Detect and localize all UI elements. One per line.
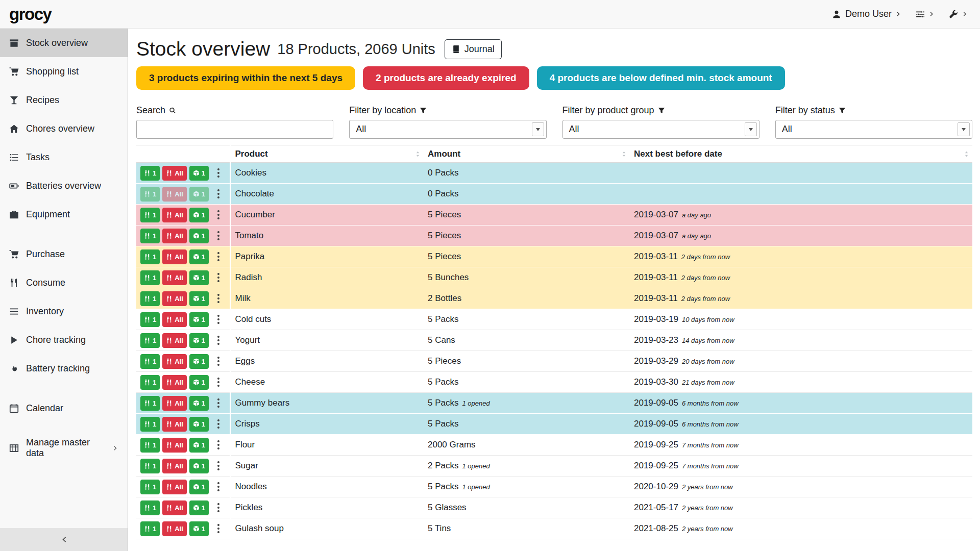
row-more-menu-icon[interactable]	[215, 251, 222, 263]
consume-all-button[interactable]: All	[162, 229, 187, 243]
consume-one-button[interactable]: 1	[140, 187, 160, 202]
display-settings-menu[interactable]	[916, 10, 935, 19]
open-one-button[interactable]: 1	[189, 270, 209, 285]
open-one-button[interactable]: 1	[189, 396, 209, 411]
open-one-button[interactable]: 1	[189, 521, 209, 536]
consume-all-button[interactable]: All	[162, 480, 187, 494]
consume-one-button[interactable]: 1	[140, 354, 160, 369]
product-group-filter-select[interactable]: All	[562, 120, 760, 139]
open-one-button[interactable]: 1	[189, 438, 209, 453]
journal-button[interactable]: Journal	[445, 39, 502, 59]
open-one-button[interactable]: 1	[189, 333, 209, 348]
consume-one-button[interactable]: 1	[140, 459, 160, 473]
open-one-button[interactable]: 1	[189, 354, 209, 369]
settings-menu[interactable]	[949, 10, 968, 19]
banner-expired[interactable]: 2 products are already expired	[363, 66, 529, 90]
open-one-button[interactable]: 1	[189, 480, 209, 494]
consume-one-button[interactable]: 1	[140, 375, 160, 390]
open-one-button[interactable]: 1	[189, 291, 209, 306]
open-one-button[interactable]: 1	[189, 459, 209, 473]
row-more-menu-icon[interactable]	[215, 502, 222, 514]
consume-all-button[interactable]: All	[162, 166, 187, 181]
consume-all-button[interactable]: All	[162, 417, 187, 432]
sidebar-collapse-button[interactable]	[0, 528, 128, 551]
open-one-button[interactable]: 1	[189, 166, 209, 181]
consume-one-button[interactable]: 1	[140, 229, 160, 243]
row-more-menu-icon[interactable]	[215, 313, 222, 325]
sidebar-item-stock-overview[interactable]: Stock overview	[0, 29, 128, 57]
sidebar-item-purchase[interactable]: Purchase	[0, 240, 128, 268]
row-more-menu-icon[interactable]	[215, 271, 222, 284]
open-one-button[interactable]: 1	[189, 229, 209, 243]
consume-all-button[interactable]: All	[162, 396, 187, 411]
open-one-button[interactable]: 1	[189, 249, 209, 264]
row-more-menu-icon[interactable]	[215, 460, 222, 472]
sidebar-item-tasks[interactable]: Tasks	[0, 143, 128, 171]
consume-one-button[interactable]: 1	[140, 291, 160, 306]
consume-one-button[interactable]: 1	[140, 166, 160, 181]
consume-all-button[interactable]: All	[162, 249, 187, 264]
row-more-menu-icon[interactable]	[215, 292, 222, 305]
sidebar-item-inventory[interactable]: Inventory	[0, 297, 128, 325]
consume-all-button[interactable]: All	[162, 375, 187, 390]
open-one-button[interactable]: 1	[189, 417, 209, 432]
sidebar-item-recipes[interactable]: Recipes	[0, 86, 128, 114]
row-more-menu-icon[interactable]	[215, 439, 222, 451]
column-header-product[interactable]: Product	[230, 145, 424, 163]
consume-one-button[interactable]: 1	[140, 480, 160, 494]
open-one-button[interactable]: 1	[189, 208, 209, 222]
consume-one-button[interactable]: 1	[140, 396, 160, 411]
sidebar-item-calendar[interactable]: Calendar	[0, 394, 128, 422]
consume-one-button[interactable]: 1	[140, 417, 160, 432]
row-more-menu-icon[interactable]	[215, 334, 222, 346]
row-more-menu-icon[interactable]	[215, 481, 222, 493]
app-logo[interactable]: grocy	[0, 5, 128, 24]
consume-all-button[interactable]: All	[162, 312, 187, 327]
consume-one-button[interactable]: 1	[140, 312, 160, 327]
consume-all-button[interactable]: All	[162, 333, 187, 348]
sidebar-item-chores-overview[interactable]: Chores overview	[0, 114, 128, 143]
open-one-button[interactable]: 1	[189, 312, 209, 327]
consume-one-button[interactable]: 1	[140, 521, 160, 536]
row-more-menu-icon[interactable]	[215, 230, 222, 242]
sidebar-item-shopping-list[interactable]: Shopping list	[0, 57, 128, 86]
open-one-button[interactable]: 1	[189, 500, 209, 515]
consume-all-button[interactable]: All	[162, 270, 187, 285]
consume-one-button[interactable]: 1	[140, 208, 160, 222]
banner-below-min-stock[interactable]: 4 products are below defined min. stock …	[537, 66, 785, 90]
sidebar-item-battery-tracking[interactable]: Battery tracking	[0, 354, 128, 383]
row-more-menu-icon[interactable]	[215, 522, 222, 535]
consume-one-button[interactable]: 1	[140, 438, 160, 453]
consume-one-button[interactable]: 1	[140, 249, 160, 264]
banner-expiring-soon[interactable]: 3 products expiring within the next 5 da…	[136, 66, 355, 90]
consume-all-button[interactable]: All	[162, 354, 187, 369]
user-menu[interactable]: Demo User	[832, 9, 901, 19]
row-more-menu-icon[interactable]	[215, 167, 222, 179]
consume-one-button[interactable]: 1	[140, 270, 160, 285]
search-input[interactable]	[136, 120, 333, 139]
status-filter-select[interactable]: All	[775, 120, 972, 139]
consume-one-button[interactable]: 1	[140, 500, 160, 515]
consume-all-button[interactable]: All	[162, 208, 187, 222]
consume-all-button[interactable]: All	[162, 187, 187, 202]
consume-one-button[interactable]: 1	[140, 333, 160, 348]
row-more-menu-icon[interactable]	[215, 188, 222, 200]
sidebar-item-equipment[interactable]: Equipment	[0, 200, 128, 229]
row-more-menu-icon[interactable]	[215, 397, 222, 409]
location-filter-select[interactable]: All	[349, 120, 546, 139]
row-more-menu-icon[interactable]	[215, 376, 222, 388]
sidebar-item-batteries-overview[interactable]: Batteries overview	[0, 171, 128, 200]
column-header-amount[interactable]: Amount	[424, 145, 630, 163]
sidebar-item-chore-tracking[interactable]: Chore tracking	[0, 325, 128, 354]
open-one-button[interactable]: 1	[189, 187, 209, 202]
consume-all-button[interactable]: All	[162, 438, 187, 453]
consume-all-button[interactable]: All	[162, 500, 187, 515]
column-header-next-best-before-date[interactable]: Next best before date	[630, 145, 972, 163]
sidebar-item-consume[interactable]: Consume	[0, 268, 128, 297]
row-more-menu-icon[interactable]	[215, 355, 222, 367]
consume-all-button[interactable]: All	[162, 291, 187, 306]
consume-all-button[interactable]: All	[162, 521, 187, 536]
consume-all-button[interactable]: All	[162, 459, 187, 473]
row-more-menu-icon[interactable]	[215, 418, 222, 430]
open-one-button[interactable]: 1	[189, 375, 209, 390]
